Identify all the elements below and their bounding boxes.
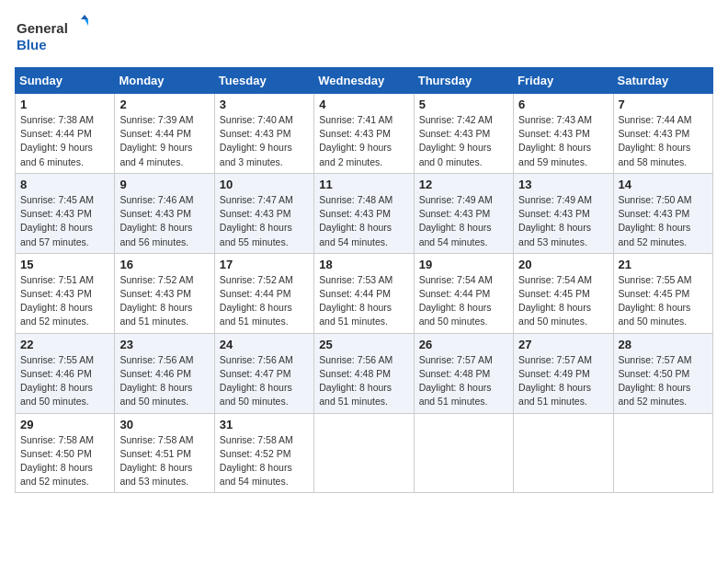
day-number: 30 [119,418,209,431]
day-number: 18 [319,258,408,271]
weekday-header-wednesday: Wednesday [314,68,414,94]
svg-text:Blue: Blue [17,37,47,52]
calendar-day-cell: 4 Sunrise: 7:41 AM Sunset: 4:43 PM Dayli… [314,94,414,174]
day-number: 19 [419,258,508,271]
day-info: Sunrise: 7:56 AM Sunset: 4:46 PM Dayligh… [119,353,209,409]
calendar-day-cell: 28 Sunrise: 7:57 AM Sunset: 4:50 PM Dayl… [613,333,712,413]
day-info: Sunrise: 7:46 AM Sunset: 4:43 PM Dayligh… [119,193,209,249]
day-number: 24 [220,338,309,351]
weekday-header-tuesday: Tuesday [214,68,313,94]
day-number: 1 [20,98,109,111]
calendar-day-cell: 16 Sunrise: 7:52 AM Sunset: 4:43 PM Dayl… [115,253,214,333]
day-number: 6 [518,98,608,111]
calendar-day-cell [514,413,613,493]
day-info: Sunrise: 7:49 AM Sunset: 4:43 PM Dayligh… [518,193,608,249]
calendar-day-cell: 15 Sunrise: 7:51 AM Sunset: 4:43 PM Dayl… [16,253,115,333]
day-info: Sunrise: 7:52 AM Sunset: 4:44 PM Dayligh… [220,273,309,329]
day-info: Sunrise: 7:47 AM Sunset: 4:43 PM Dayligh… [220,193,309,249]
calendar-day-cell: 21 Sunrise: 7:55 AM Sunset: 4:45 PM Dayl… [613,253,712,333]
day-info: Sunrise: 7:52 AM Sunset: 4:43 PM Dayligh… [119,273,209,329]
day-info: Sunrise: 7:56 AM Sunset: 4:48 PM Dayligh… [319,353,408,409]
calendar-day-cell: 22 Sunrise: 7:55 AM Sunset: 4:46 PM Dayl… [16,333,115,413]
logo: General Blue [15,15,88,56]
calendar-day-cell: 11 Sunrise: 7:48 AM Sunset: 4:43 PM Dayl… [314,173,414,253]
page-header: General Blue [15,15,713,56]
day-number: 13 [518,178,608,191]
day-number: 2 [119,98,209,111]
day-info: Sunrise: 7:45 AM Sunset: 4:43 PM Dayligh… [20,193,109,249]
weekday-header-thursday: Thursday [414,68,513,94]
calendar-day-cell: 6 Sunrise: 7:43 AM Sunset: 4:43 PM Dayli… [514,94,613,174]
day-number: 31 [220,418,309,431]
day-number: 22 [20,338,109,351]
weekday-header-friday: Friday [514,68,613,94]
calendar-day-cell: 14 Sunrise: 7:50 AM Sunset: 4:43 PM Dayl… [613,173,712,253]
calendar-week-row: 8 Sunrise: 7:45 AM Sunset: 4:43 PM Dayli… [16,173,713,253]
day-number: 12 [419,178,508,191]
calendar-week-row: 22 Sunrise: 7:55 AM Sunset: 4:46 PM Dayl… [16,333,713,413]
calendar-day-cell: 7 Sunrise: 7:44 AM Sunset: 4:43 PM Dayli… [613,94,712,174]
calendar-day-cell [414,413,513,493]
weekday-header-monday: Monday [115,68,214,94]
day-number: 23 [119,338,209,351]
day-number: 3 [220,98,309,111]
day-number: 11 [319,178,408,191]
day-info: Sunrise: 7:44 AM Sunset: 4:43 PM Dayligh… [619,113,708,169]
calendar-day-cell: 13 Sunrise: 7:49 AM Sunset: 4:43 PM Dayl… [514,173,613,253]
day-info: Sunrise: 7:43 AM Sunset: 4:43 PM Dayligh… [518,113,608,169]
calendar-day-cell: 18 Sunrise: 7:53 AM Sunset: 4:44 PM Dayl… [314,253,414,333]
day-info: Sunrise: 7:49 AM Sunset: 4:43 PM Dayligh… [419,193,508,249]
day-info: Sunrise: 7:57 AM Sunset: 4:50 PM Dayligh… [619,353,708,409]
day-number: 16 [119,258,209,271]
day-number: 21 [619,258,708,271]
calendar-table: SundayMondayTuesdayWednesdayThursdayFrid… [15,67,713,493]
calendar-week-row: 1 Sunrise: 7:38 AM Sunset: 4:44 PM Dayli… [16,94,713,174]
day-info: Sunrise: 7:48 AM Sunset: 4:43 PM Dayligh… [319,193,408,249]
calendar-day-cell: 27 Sunrise: 7:57 AM Sunset: 4:49 PM Dayl… [514,333,613,413]
day-number: 5 [419,98,508,111]
calendar-day-cell: 2 Sunrise: 7:39 AM Sunset: 4:44 PM Dayli… [115,94,214,174]
calendar-week-row: 15 Sunrise: 7:51 AM Sunset: 4:43 PM Dayl… [16,253,713,333]
day-number: 26 [419,338,508,351]
calendar-day-cell: 23 Sunrise: 7:56 AM Sunset: 4:46 PM Dayl… [115,333,214,413]
day-number: 10 [220,178,309,191]
calendar-day-cell: 1 Sunrise: 7:38 AM Sunset: 4:44 PM Dayli… [16,94,115,174]
calendar-day-cell [613,413,712,493]
calendar-day-cell: 31 Sunrise: 7:58 AM Sunset: 4:52 PM Dayl… [214,413,313,493]
day-info: Sunrise: 7:42 AM Sunset: 4:43 PM Dayligh… [419,113,508,169]
calendar-day-cell: 26 Sunrise: 7:57 AM Sunset: 4:48 PM Dayl… [414,333,513,413]
svg-marker-2 [81,15,88,19]
day-info: Sunrise: 7:41 AM Sunset: 4:43 PM Dayligh… [319,113,408,169]
day-number: 15 [20,258,109,271]
calendar-day-cell: 12 Sunrise: 7:49 AM Sunset: 4:43 PM Dayl… [414,173,513,253]
day-info: Sunrise: 7:50 AM Sunset: 4:43 PM Dayligh… [619,193,708,249]
calendar-day-cell: 5 Sunrise: 7:42 AM Sunset: 4:43 PM Dayli… [414,94,513,174]
calendar-day-cell [314,413,414,493]
calendar-day-cell: 25 Sunrise: 7:56 AM Sunset: 4:48 PM Dayl… [314,333,414,413]
day-number: 14 [619,178,708,191]
calendar-day-cell: 29 Sunrise: 7:58 AM Sunset: 4:50 PM Dayl… [16,413,115,493]
day-info: Sunrise: 7:58 AM Sunset: 4:52 PM Dayligh… [220,433,309,489]
calendar-day-cell: 30 Sunrise: 7:58 AM Sunset: 4:51 PM Dayl… [115,413,214,493]
day-number: 4 [319,98,408,111]
day-number: 29 [20,418,109,431]
weekday-header-sunday: Sunday [16,68,115,94]
calendar-day-cell: 3 Sunrise: 7:40 AM Sunset: 4:43 PM Dayli… [214,94,313,174]
weekday-header-saturday: Saturday [613,68,712,94]
calendar-day-cell: 8 Sunrise: 7:45 AM Sunset: 4:43 PM Dayli… [16,173,115,253]
day-info: Sunrise: 7:54 AM Sunset: 4:45 PM Dayligh… [518,273,608,329]
calendar-day-cell: 24 Sunrise: 7:56 AM Sunset: 4:47 PM Dayl… [214,333,313,413]
day-info: Sunrise: 7:58 AM Sunset: 4:50 PM Dayligh… [20,433,109,489]
day-info: Sunrise: 7:40 AM Sunset: 4:43 PM Dayligh… [220,113,309,169]
day-info: Sunrise: 7:54 AM Sunset: 4:44 PM Dayligh… [419,273,508,329]
day-number: 7 [619,98,708,111]
calendar-day-cell: 9 Sunrise: 7:46 AM Sunset: 4:43 PM Dayli… [115,173,214,253]
calendar-day-cell: 20 Sunrise: 7:54 AM Sunset: 4:45 PM Dayl… [514,253,613,333]
day-number: 9 [119,178,209,191]
svg-marker-3 [85,19,88,26]
day-number: 20 [518,258,608,271]
day-info: Sunrise: 7:58 AM Sunset: 4:51 PM Dayligh… [119,433,209,489]
day-info: Sunrise: 7:51 AM Sunset: 4:43 PM Dayligh… [20,273,109,329]
logo-svg: General Blue [15,15,88,56]
weekday-header-row: SundayMondayTuesdayWednesdayThursdayFrid… [16,68,713,94]
